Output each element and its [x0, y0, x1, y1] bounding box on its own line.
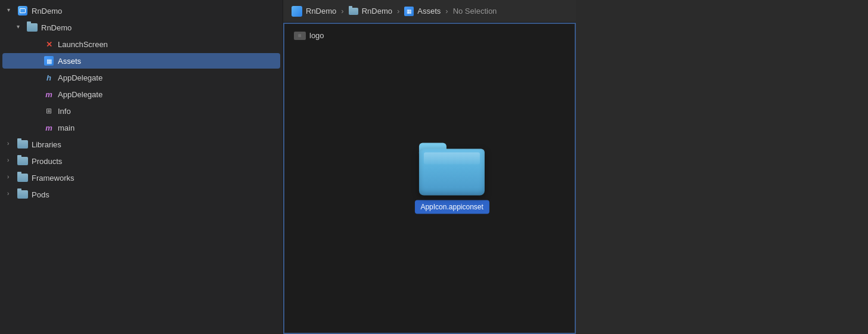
breadcrumb-rndemo1[interactable]: RnDemo — [306, 7, 336, 16]
main-content: RnDemo › RnDemo › ▦ Assets › No Selectio… — [283, 0, 576, 334]
sidebar-label-appdelegate-m: AppDelegate — [58, 90, 103, 99]
chevron-pods: › — [7, 190, 16, 199]
asset-logo-item[interactable]: logo — [294, 31, 565, 40]
sidebar-label-appdelegate-h: AppDelegate — [58, 73, 103, 82]
sidebar-item-appdelegate-m[interactable]: m AppDelegate — [2, 86, 280, 102]
chevron-main — [33, 123, 42, 132]
launchscreen-icon: ✕ — [43, 38, 55, 50]
sidebar-label-assets: Assets — [58, 57, 81, 66]
breadcrumb-no-selection: No Selection — [453, 7, 497, 16]
asset-browser[interactable]: logo AppIcon.appiconset — [283, 23, 576, 334]
sidebar-item-appdelegate-h[interactable]: h AppDelegate — [2, 70, 280, 85]
sidebar-label-rndemo-folder: RnDemo — [41, 23, 72, 32]
breadcrumb-folder-icon — [349, 8, 358, 15]
sidebar-item-info[interactable]: ⊞ Info — [2, 103, 280, 119]
chevron-rndemo-folder: ▾ — [17, 23, 25, 32]
m-file-icon-appdelegate: m — [43, 88, 55, 100]
folder-icon-products — [17, 155, 29, 167]
breadcrumb-app-icon — [292, 6, 302, 17]
breadcrumb-assets[interactable]: Assets — [417, 7, 441, 16]
sidebar-item-launchscreen[interactable]: ✕ LaunchScreen — [2, 36, 280, 52]
sidebar-label-info: Info — [58, 107, 71, 116]
chevron-info — [33, 107, 42, 115]
logo-file-icon — [294, 32, 306, 40]
h-file-icon: h — [43, 72, 55, 84]
app-icon — [17, 5, 29, 17]
chevron-products: › — [7, 157, 16, 165]
sidebar-label-frameworks: Frameworks — [32, 174, 75, 183]
sidebar-item-main[interactable]: m main — [2, 120, 280, 135]
chevron-launchscreen — [33, 40, 42, 48]
sidebar-label-rndemo-root: RnDemo — [32, 7, 62, 16]
breadcrumb-sep-1: › — [341, 7, 343, 16]
big-folder-icon — [419, 143, 485, 196]
grid-icon: ⊞ — [43, 105, 55, 117]
sidebar-item-pods[interactable]: › Pods — [2, 187, 280, 202]
sidebar-item-frameworks[interactable]: › Frameworks — [2, 170, 280, 185]
folder-icon-pods — [17, 188, 29, 200]
chevron-frameworks: › — [7, 174, 16, 182]
sidebar-label-main: main — [58, 123, 75, 132]
chevron-appdelegate-m — [33, 90, 42, 98]
folder-name-label: AppIcon.appiconset — [414, 200, 489, 214]
breadcrumb-assets-icon: ▦ — [404, 7, 414, 16]
sidebar-item-products[interactable]: › Products — [2, 153, 280, 169]
chevron-appdelegate-h — [33, 73, 42, 82]
breadcrumb-sep-2: › — [397, 7, 399, 16]
folder-icon-libraries — [17, 138, 29, 150]
m-file-icon-main: m — [43, 122, 55, 134]
asset-logo-label: logo — [309, 31, 324, 40]
folder-icon-rndemo — [26, 21, 38, 33]
sidebar-label-launchscreen: LaunchScreen — [58, 40, 108, 49]
sidebar: ▾ RnDemo ▾ RnDemo ✕ LaunchScreen Assets … — [0, 0, 283, 334]
sidebar-item-libraries[interactable]: › Libraries — [2, 137, 280, 152]
sidebar-item-rndemo-root[interactable]: ▾ RnDemo — [2, 3, 280, 18]
breadcrumb-sep-3: › — [445, 7, 448, 16]
folder-icon-frameworks — [17, 172, 29, 184]
chevron-rndemo-root: ▾ — [7, 7, 16, 15]
sidebar-label-libraries: Libraries — [32, 140, 61, 149]
sidebar-item-assets[interactable]: Assets — [2, 53, 280, 69]
breadcrumb: RnDemo › RnDemo › ▦ Assets › No Selectio… — [283, 0, 576, 23]
asset-folder-container[interactable]: AppIcon.appiconset — [414, 143, 489, 214]
sidebar-label-pods: Pods — [32, 190, 49, 199]
folder-body — [419, 149, 485, 196]
breadcrumb-rndemo2[interactable]: RnDemo — [362, 7, 392, 16]
sidebar-label-products: Products — [32, 157, 62, 166]
chevron-assets — [33, 57, 42, 65]
chevron-libraries: › — [7, 140, 16, 149]
right-panel — [576, 0, 868, 334]
assets-icon — [43, 55, 55, 67]
sidebar-item-rndemo-folder[interactable]: ▾ RnDemo — [2, 20, 280, 35]
